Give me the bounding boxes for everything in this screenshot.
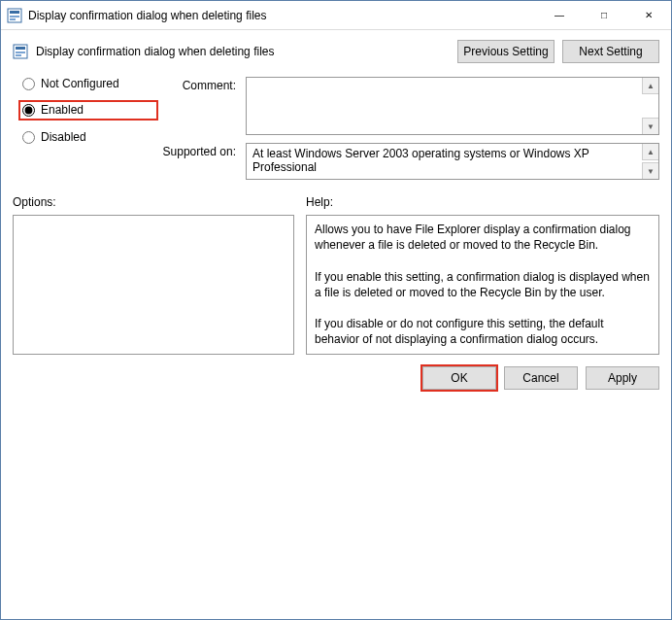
svg-rect-6 <box>16 52 25 53</box>
window-title: Display confirmation dialog when deletin… <box>28 9 537 22</box>
radio-not-configured-label: Not Configured <box>41 77 119 90</box>
svg-rect-2 <box>10 16 19 17</box>
scroll-down-icon[interactable]: ▼ <box>642 118 658 134</box>
window-controls: — □ ✕ <box>537 1 671 29</box>
options-label: Options: <box>13 195 294 209</box>
state-row: Not Configured Enabled Disabled Comment:… <box>13 77 659 180</box>
minimize-button[interactable]: — <box>537 1 582 29</box>
scroll-up-icon[interactable]: ▲ <box>642 144 658 160</box>
apply-button[interactable]: Apply <box>586 366 659 390</box>
scroll-down-icon[interactable]: ▼ <box>642 162 658 179</box>
svg-rect-3 <box>10 18 16 20</box>
content-area: Display confirmation dialog when deletin… <box>1 30 671 619</box>
svg-rect-7 <box>16 54 21 56</box>
radio-disabled-input[interactable] <box>22 131 35 144</box>
svg-rect-5 <box>16 47 25 50</box>
previous-setting-button[interactable]: Previous Setting <box>457 40 554 63</box>
dialog-title: Display confirmation dialog when deletin… <box>34 45 452 58</box>
close-button[interactable]: ✕ <box>626 1 671 29</box>
radio-not-configured[interactable]: Not Configured <box>22 77 158 90</box>
radio-disabled-label: Disabled <box>41 130 86 144</box>
maximize-button[interactable]: □ <box>582 1 626 29</box>
help-panel: Allows you to have File Explorer display… <box>306 215 659 355</box>
help-label: Help: <box>306 195 659 209</box>
app-icon <box>7 8 22 23</box>
comment-textbox[interactable]: ▲ ▼ <box>246 77 659 135</box>
options-panel <box>13 215 294 355</box>
radio-enabled-input[interactable] <box>22 104 35 117</box>
next-setting-button[interactable]: Next Setting <box>562 40 659 63</box>
radio-not-configured-input[interactable] <box>22 78 35 90</box>
state-radio-group: Not Configured Enabled Disabled <box>13 77 158 144</box>
supported-label: Supported on: <box>158 143 242 158</box>
header-row: Display confirmation dialog when deletin… <box>13 40 659 63</box>
policy-icon <box>13 44 28 59</box>
scroll-up-icon[interactable]: ▲ <box>642 78 658 94</box>
comment-label: Comment: <box>158 77 242 92</box>
supported-on-box: At least Windows Server 2003 operating s… <box>246 143 659 180</box>
mid-row: Options: Help: Allows you to have File E… <box>13 195 659 355</box>
titlebar: Display confirmation dialog when deletin… <box>1 1 671 30</box>
radio-disabled[interactable]: Disabled <box>22 130 158 144</box>
footer: OK Cancel Apply <box>13 366 659 390</box>
ok-button[interactable]: OK <box>422 366 496 390</box>
svg-rect-1 <box>10 11 19 14</box>
radio-enabled[interactable]: Enabled <box>18 100 158 121</box>
supported-on-value: At least Windows Server 2003 operating s… <box>252 147 589 174</box>
radio-enabled-label: Enabled <box>41 103 84 117</box>
cancel-button[interactable]: Cancel <box>504 366 578 390</box>
